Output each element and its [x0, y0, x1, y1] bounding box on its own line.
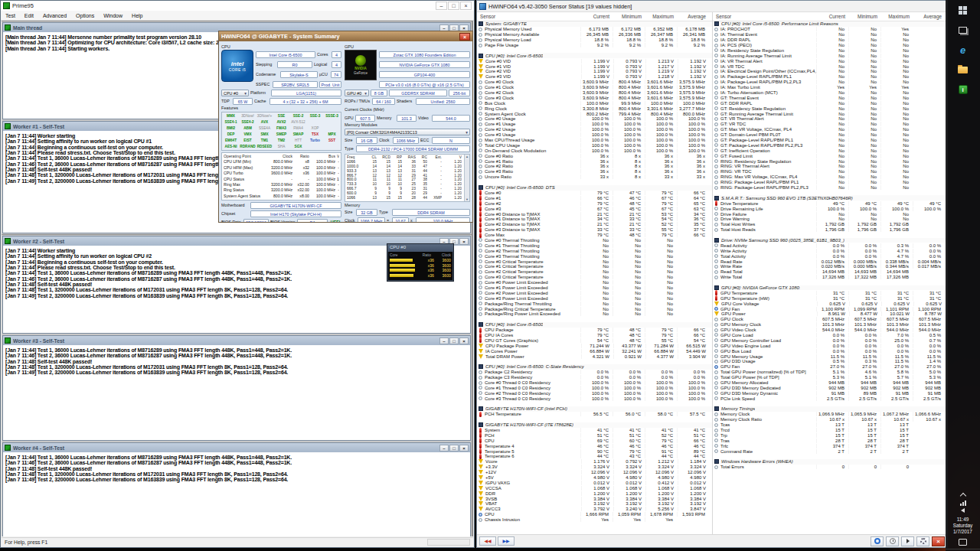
sensor-row[interactable]: Memory Clock1,066.9 MHz1,065.9 MHz1,067.… [713, 412, 947, 417]
sensor-row[interactable]: IA: Thermal EventNoNoNo [713, 32, 947, 37]
hwinfo-summary-window[interactable]: HWiNFO64 @ GIGABYTE - System Summary × C… [218, 31, 473, 223]
sensor-row[interactable]: Core #0 Usage100.0 %100.0 %100.0 %100.0 … [477, 116, 712, 122]
sensor-row[interactable]: IA: PCS (PECI)NoNoNo [713, 43, 947, 48]
close-button[interactable]: × [459, 33, 470, 41]
menu-item-test[interactable]: Test [1, 13, 20, 18]
minimize-button[interactable]: – [439, 337, 449, 344]
edge-button[interactable]: e [950, 40, 976, 60]
close-button[interactable]: × [460, 2, 472, 10]
sensor-row[interactable]: Core #1 Distance to TjMAX34 °C33 °C54 °C… [477, 217, 712, 222]
menu-item-help[interactable]: Help [127, 13, 147, 18]
gauge-button[interactable] [871, 536, 884, 546]
sensor-row[interactable]: GPU Core Load0.0 %0.0 %7.0 %0.5 % [713, 333, 947, 338]
forward-arrows-button[interactable]: ▶▶ [498, 536, 514, 546]
sensor-row[interactable]: CPU Package Power71.244 W43.377 W71.284 … [477, 343, 712, 348]
sensor-row[interactable]: Core #0 Distance to TjMAX21 °C21 °C53 °C… [477, 211, 712, 217]
sensor-row[interactable]: GPU Power8.961 W8.477 W10.021 W8.787 W [713, 311, 947, 317]
sensor-section-header[interactable]: CPU [#0]: Intel Core i5-6500 [477, 53, 712, 58]
menu-item-edit[interactable]: Edit [20, 13, 38, 18]
sensor-row[interactable]: Core #2 Thread 0 C0 Residency100.0 %100.… [477, 390, 712, 396]
system-tray[interactable] [960, 494, 966, 513]
sensor-row[interactable]: GT: Thermal EventNoNoNo [713, 95, 947, 100]
sensor-row[interactable]: Tras28 T28 T28 T [713, 438, 947, 443]
sensor-row[interactable]: Core #0 Thread 0 C0 Residency100.0 %100.… [477, 380, 712, 386]
sensor-row[interactable]: Total GPU Power (normalized) [% of TDP]5… [713, 370, 947, 375]
scrollbar[interactable]: ▲▼ [464, 155, 469, 201]
sensor-row[interactable]: GPU Video Engine Load0.0 %0.0 %0.0 %0.0 … [713, 343, 947, 348]
sensor-row[interactable]: Core #2 VID1.199 V0.793 V1.219 V1.192 V [477, 69, 712, 74]
child-window-worker-3[interactable]: Worker #3 - Self-Test –□× [Jan 7 11:44] … [2, 335, 471, 441]
sensor-row[interactable]: GPU D3D Usage0.5 %0.3 %11.5 %1.4 % [713, 359, 947, 364]
sensor-row[interactable]: Drive WarningNoNoNo [713, 217, 947, 222]
sensor-row[interactable]: IA: VR TDCNoNoNo [713, 64, 947, 69]
dropdown[interactable]: GPU #0 [345, 90, 369, 96]
sensor-row[interactable]: PCH51 °C51 °C52 °C51 °C [477, 432, 712, 438]
sensor-row[interactable]: IA: Residency State RegulationNoNoNo [713, 47, 947, 53]
sensor-section-header[interactable]: GPU [#0]: NVIDIA GeForce GTX 1080: [713, 285, 947, 291]
hwinfo-sensor-window[interactable]: HWiNFO64 v5.42-3050 Sensor Status [19 va… [476, 0, 948, 548]
sensor-row[interactable]: Core #3 Ratio36 x8 x36 x36 x [477, 169, 712, 174]
sensor-row[interactable]: IA: DDR RAPLNoNoNo [713, 37, 947, 43]
sensor-row[interactable]: GPU Memory Clock101.3 MHz101.3 MHz101.3 … [713, 322, 947, 328]
prime95-titlebar[interactable]: Prime95 –□× [1, 1, 474, 11]
sensor-row[interactable]: Write Rate0.020 MB/s0.000 MB/s0.344 MB/s… [713, 264, 947, 269]
sensor-row[interactable]: System Agent Clock800.2 MHz799.4 MHz800.… [477, 111, 712, 116]
sensor-row[interactable]: Package/Ring Thermal ThrottlingNoNoNo [477, 301, 712, 306]
sensor-row[interactable]: GPU Core Voltage0.625 V0.625 V0.625 V0.6… [713, 301, 947, 306]
child-titlebar[interactable]: Worker #4 - Self-Test –□× [3, 443, 470, 452]
menu-item-window[interactable]: Window [99, 13, 127, 18]
sensor-row[interactable]: Total GPU Power [% of TDP]5.3 %5.1 %5.7 … [713, 375, 947, 380]
sensor-row[interactable]: Temperature 644 °C43 °C44 °C44 °C [477, 454, 712, 459]
sensor-row[interactable]: Core #3 Critical TemperatureNoNoNo [477, 275, 712, 280]
sensor-row[interactable]: Memory Clock Ratio10.67 x10.67 x10.67 x1… [713, 417, 947, 422]
back-arrows-button[interactable]: ◀◀ [479, 536, 496, 546]
menu-item-advanced[interactable]: Advanced [38, 13, 71, 18]
tray-expand-icon[interactable] [959, 493, 965, 499]
sensor-row[interactable]: Bus Clock100.0 MHz99.9 MHz100.0 MHz100.0… [477, 100, 712, 106]
dropdown[interactable]: CPU #0 [221, 90, 249, 96]
sensor-section-header[interactable]: Memory Timings [713, 406, 947, 412]
sensor-row[interactable]: Package/Ring Power Limit ExceededNoNoNo [477, 311, 712, 317]
action-center-icon[interactable] [959, 539, 967, 546]
sensor-section-header[interactable]: CPU [#0]: Intel Core i5-6500: C-State Re… [477, 364, 712, 370]
sensor-row[interactable]: GT: VR TDCNoNoNo [713, 122, 947, 127]
sensor-row[interactable]: Core #0 Ratio36 x8 x36 x36 x [477, 153, 712, 158]
sensor-row[interactable]: Trp15 T15 T15 T [713, 432, 947, 438]
dropdown[interactable]: [P0] Corsair CMK32GX4M4A2133C13 [345, 129, 470, 135]
sensor-row[interactable]: GT: Inefficient OperationNoNoNo [713, 148, 947, 153]
sensor-row[interactable]: GPU Fan27.0 %27.0 %27.0 %27.0 % [713, 364, 947, 370]
sensor-row[interactable]: Package/Ring Critical TemperatureNoNoNo [477, 306, 712, 311]
sensor-row[interactable]: GT: Domain-Level PBM PL0TNoNoNo [713, 132, 947, 138]
sensor-row[interactable]: Core #3 Thread 0 C0 Residency100.0 %100.… [477, 396, 712, 401]
sensor-row[interactable]: 3VSB3.384 V3.384 V3.384 V3.384 V [477, 496, 712, 501]
cursor-button[interactable] [901, 536, 914, 546]
sensor-row[interactable]: DDR1.200 V1.200 V1.200 V1.200 V [477, 491, 712, 496]
sensor-row[interactable]: Core #1 Power Limit ExceededNoNoNo [477, 285, 712, 291]
sensor-row[interactable]: CPU69 °C60 °C79 °C66 °C [477, 438, 712, 443]
sensor-row[interactable]: Trcd15 T15 T15 T [713, 428, 947, 433]
sensor-row[interactable]: Core #2 Clock3,600.9 MHz800.4 MHz3,601.6… [477, 90, 712, 96]
sensor-row[interactable]: Core #0 VID1.199 V0.793 V1.213 V1.192 V [477, 58, 712, 64]
minimize-button[interactable]: – [439, 445, 449, 452]
sensor-row[interactable]: Physical Memory Available26,345 MB26,336… [477, 32, 712, 37]
sensor-row[interactable]: RING: Package-Level RAPL/PBM PL1NoNoNo [713, 180, 947, 185]
sensor-row[interactable]: Core #3 Power Limit ExceededNoNoNo [477, 295, 712, 301]
sensor-row[interactable]: Core #079 °C47 °C79 °C66 °C [477, 191, 712, 196]
sensor-section-header[interactable]: S.M.A.R.T.: Samsung SSD 960 EVO 1TB (S3E… [713, 195, 947, 201]
sensor-section-header[interactable]: GIGABYTE H170N-WIFI-CF (Intel PCH) [477, 406, 712, 412]
sensor-row[interactable]: GPU Clock607.5 MHz607.5 MHz607.5 MHz607.… [713, 317, 947, 322]
sensor-row[interactable]: Core #1 VID1.199 V0.793 V1.217 V1.192 V [477, 64, 712, 69]
start-button[interactable] [950, 0, 976, 20]
sensor-row[interactable]: Uncore Ratio33 x8 x33 x33 x [477, 174, 712, 180]
sensor-row[interactable]: Core #0 Critical TemperatureNoNoNo [477, 259, 712, 264]
sensor-row[interactable]: Physical Memory Used6,173 MB6,172 MB6,35… [477, 27, 712, 32]
sensor-row[interactable]: Total CPU Usage100.0 %100.0 %100.0 %100.… [477, 142, 712, 148]
sensor-row[interactable]: Write Total17,326 MB17,322 MB17,326 MB [713, 275, 947, 280]
sensor-row[interactable]: Core #0 Thermal ThrottlingNoNoNo [477, 238, 712, 243]
sensor-row[interactable]: Write Activity0.0 %0.0 %4.7 %0.0 % [713, 248, 947, 253]
close-sensors-button[interactable]: × [932, 536, 945, 546]
sensor-row[interactable]: CPU1,666 RPM1,059 RPM1,678 RPM1,593 RPM [477, 512, 712, 517]
sensor-row[interactable]: PCIe Link Speed2.5 GT/s2.5 GT/s2.5 GT/s2… [713, 396, 947, 401]
sensor-row[interactable]: Core #3 Distance to TjMAX33 °C33 °C55 °C… [477, 227, 712, 233]
sensor-row[interactable]: Tcas13 T13 T13 T [713, 422, 947, 428]
